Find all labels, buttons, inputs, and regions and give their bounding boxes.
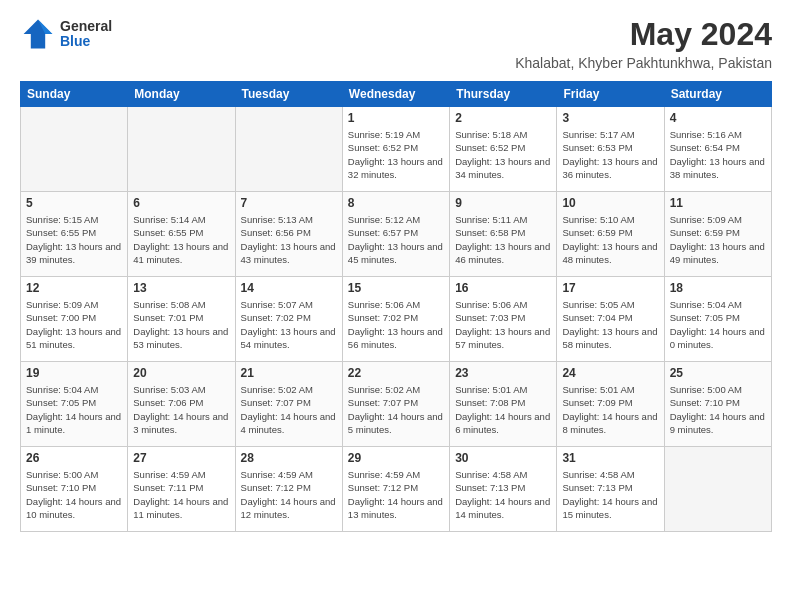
day-info: Sunrise: 5:03 AM Sunset: 7:06 PM Dayligh… bbox=[133, 383, 229, 436]
day-info: Sunrise: 4:58 AM Sunset: 7:13 PM Dayligh… bbox=[455, 468, 551, 521]
calendar-cell: 7Sunrise: 5:13 AM Sunset: 6:56 PM Daylig… bbox=[235, 192, 342, 277]
day-info: Sunrise: 5:16 AM Sunset: 6:54 PM Dayligh… bbox=[670, 128, 766, 181]
calendar-cell: 21Sunrise: 5:02 AM Sunset: 7:07 PM Dayli… bbox=[235, 362, 342, 447]
day-info: Sunrise: 5:02 AM Sunset: 7:07 PM Dayligh… bbox=[348, 383, 444, 436]
logo: General Blue bbox=[20, 16, 112, 52]
day-number: 14 bbox=[241, 281, 337, 295]
calendar-cell: 1Sunrise: 5:19 AM Sunset: 6:52 PM Daylig… bbox=[342, 107, 449, 192]
header: General Blue May 2024 Khalabat, Khyber P… bbox=[20, 16, 772, 71]
calendar-cell: 3Sunrise: 5:17 AM Sunset: 6:53 PM Daylig… bbox=[557, 107, 664, 192]
day-number: 21 bbox=[241, 366, 337, 380]
day-number: 10 bbox=[562, 196, 658, 210]
day-info: Sunrise: 5:01 AM Sunset: 7:08 PM Dayligh… bbox=[455, 383, 551, 436]
calendar-header-row: SundayMondayTuesdayWednesdayThursdayFrid… bbox=[21, 82, 772, 107]
calendar-cell: 6Sunrise: 5:14 AM Sunset: 6:55 PM Daylig… bbox=[128, 192, 235, 277]
day-number: 17 bbox=[562, 281, 658, 295]
day-info: Sunrise: 5:06 AM Sunset: 7:02 PM Dayligh… bbox=[348, 298, 444, 351]
day-info: Sunrise: 4:59 AM Sunset: 7:11 PM Dayligh… bbox=[133, 468, 229, 521]
day-number: 9 bbox=[455, 196, 551, 210]
calendar-cell: 4Sunrise: 5:16 AM Sunset: 6:54 PM Daylig… bbox=[664, 107, 771, 192]
calendar-cell: 10Sunrise: 5:10 AM Sunset: 6:59 PM Dayli… bbox=[557, 192, 664, 277]
day-number: 5 bbox=[26, 196, 122, 210]
day-number: 24 bbox=[562, 366, 658, 380]
calendar-cell: 26Sunrise: 5:00 AM Sunset: 7:10 PM Dayli… bbox=[21, 447, 128, 532]
day-info: Sunrise: 5:10 AM Sunset: 6:59 PM Dayligh… bbox=[562, 213, 658, 266]
month-title: May 2024 bbox=[515, 16, 772, 53]
calendar-cell: 30Sunrise: 4:58 AM Sunset: 7:13 PM Dayli… bbox=[450, 447, 557, 532]
day-info: Sunrise: 5:13 AM Sunset: 6:56 PM Dayligh… bbox=[241, 213, 337, 266]
calendar-cell bbox=[21, 107, 128, 192]
calendar-cell: 22Sunrise: 5:02 AM Sunset: 7:07 PM Dayli… bbox=[342, 362, 449, 447]
day-number: 28 bbox=[241, 451, 337, 465]
day-info: Sunrise: 5:02 AM Sunset: 7:07 PM Dayligh… bbox=[241, 383, 337, 436]
location: Khalabat, Khyber Pakhtunkhwa, Pakistan bbox=[515, 55, 772, 71]
day-number: 7 bbox=[241, 196, 337, 210]
day-number: 11 bbox=[670, 196, 766, 210]
calendar-header-wednesday: Wednesday bbox=[342, 82, 449, 107]
logo-text: General Blue bbox=[60, 19, 112, 50]
day-number: 6 bbox=[133, 196, 229, 210]
day-number: 25 bbox=[670, 366, 766, 380]
calendar-cell: 27Sunrise: 4:59 AM Sunset: 7:11 PM Dayli… bbox=[128, 447, 235, 532]
day-info: Sunrise: 5:12 AM Sunset: 6:57 PM Dayligh… bbox=[348, 213, 444, 266]
calendar-cell bbox=[664, 447, 771, 532]
logo-general-text: General bbox=[60, 19, 112, 34]
calendar-cell: 2Sunrise: 5:18 AM Sunset: 6:52 PM Daylig… bbox=[450, 107, 557, 192]
calendar-header-monday: Monday bbox=[128, 82, 235, 107]
calendar-week-row: 26Sunrise: 5:00 AM Sunset: 7:10 PM Dayli… bbox=[21, 447, 772, 532]
calendar-cell: 23Sunrise: 5:01 AM Sunset: 7:08 PM Dayli… bbox=[450, 362, 557, 447]
calendar-cell: 19Sunrise: 5:04 AM Sunset: 7:05 PM Dayli… bbox=[21, 362, 128, 447]
day-info: Sunrise: 4:58 AM Sunset: 7:13 PM Dayligh… bbox=[562, 468, 658, 521]
calendar-header-tuesday: Tuesday bbox=[235, 82, 342, 107]
calendar-cell: 14Sunrise: 5:07 AM Sunset: 7:02 PM Dayli… bbox=[235, 277, 342, 362]
day-number: 3 bbox=[562, 111, 658, 125]
day-info: Sunrise: 5:05 AM Sunset: 7:04 PM Dayligh… bbox=[562, 298, 658, 351]
day-info: Sunrise: 5:06 AM Sunset: 7:03 PM Dayligh… bbox=[455, 298, 551, 351]
calendar-cell: 18Sunrise: 5:04 AM Sunset: 7:05 PM Dayli… bbox=[664, 277, 771, 362]
day-number: 16 bbox=[455, 281, 551, 295]
day-info: Sunrise: 5:08 AM Sunset: 7:01 PM Dayligh… bbox=[133, 298, 229, 351]
day-info: Sunrise: 5:00 AM Sunset: 7:10 PM Dayligh… bbox=[26, 468, 122, 521]
logo-blue-text: Blue bbox=[60, 34, 112, 49]
calendar-cell: 28Sunrise: 4:59 AM Sunset: 7:12 PM Dayli… bbox=[235, 447, 342, 532]
day-info: Sunrise: 5:14 AM Sunset: 6:55 PM Dayligh… bbox=[133, 213, 229, 266]
calendar-cell: 15Sunrise: 5:06 AM Sunset: 7:02 PM Dayli… bbox=[342, 277, 449, 362]
day-number: 19 bbox=[26, 366, 122, 380]
calendar-week-row: 12Sunrise: 5:09 AM Sunset: 7:00 PM Dayli… bbox=[21, 277, 772, 362]
day-number: 31 bbox=[562, 451, 658, 465]
calendar-cell: 12Sunrise: 5:09 AM Sunset: 7:00 PM Dayli… bbox=[21, 277, 128, 362]
calendar-cell: 16Sunrise: 5:06 AM Sunset: 7:03 PM Dayli… bbox=[450, 277, 557, 362]
day-number: 13 bbox=[133, 281, 229, 295]
calendar-cell: 24Sunrise: 5:01 AM Sunset: 7:09 PM Dayli… bbox=[557, 362, 664, 447]
day-number: 22 bbox=[348, 366, 444, 380]
day-info: Sunrise: 5:04 AM Sunset: 7:05 PM Dayligh… bbox=[26, 383, 122, 436]
day-number: 12 bbox=[26, 281, 122, 295]
calendar-cell: 20Sunrise: 5:03 AM Sunset: 7:06 PM Dayli… bbox=[128, 362, 235, 447]
day-info: Sunrise: 5:09 AM Sunset: 7:00 PM Dayligh… bbox=[26, 298, 122, 351]
day-number: 1 bbox=[348, 111, 444, 125]
day-info: Sunrise: 5:17 AM Sunset: 6:53 PM Dayligh… bbox=[562, 128, 658, 181]
title-block: May 2024 Khalabat, Khyber Pakhtunkhwa, P… bbox=[515, 16, 772, 71]
calendar-cell: 13Sunrise: 5:08 AM Sunset: 7:01 PM Dayli… bbox=[128, 277, 235, 362]
calendar-header-friday: Friday bbox=[557, 82, 664, 107]
day-number: 18 bbox=[670, 281, 766, 295]
calendar-week-row: 19Sunrise: 5:04 AM Sunset: 7:05 PM Dayli… bbox=[21, 362, 772, 447]
day-info: Sunrise: 5:15 AM Sunset: 6:55 PM Dayligh… bbox=[26, 213, 122, 266]
day-number: 26 bbox=[26, 451, 122, 465]
day-info: Sunrise: 5:18 AM Sunset: 6:52 PM Dayligh… bbox=[455, 128, 551, 181]
calendar-header-thursday: Thursday bbox=[450, 82, 557, 107]
calendar-cell: 29Sunrise: 4:59 AM Sunset: 7:12 PM Dayli… bbox=[342, 447, 449, 532]
calendar-cell: 8Sunrise: 5:12 AM Sunset: 6:57 PM Daylig… bbox=[342, 192, 449, 277]
day-number: 30 bbox=[455, 451, 551, 465]
calendar-cell: 31Sunrise: 4:58 AM Sunset: 7:13 PM Dayli… bbox=[557, 447, 664, 532]
day-number: 8 bbox=[348, 196, 444, 210]
calendar-week-row: 5Sunrise: 5:15 AM Sunset: 6:55 PM Daylig… bbox=[21, 192, 772, 277]
day-number: 4 bbox=[670, 111, 766, 125]
calendar-cell bbox=[128, 107, 235, 192]
calendar-header-saturday: Saturday bbox=[664, 82, 771, 107]
day-info: Sunrise: 4:59 AM Sunset: 7:12 PM Dayligh… bbox=[348, 468, 444, 521]
calendar-week-row: 1Sunrise: 5:19 AM Sunset: 6:52 PM Daylig… bbox=[21, 107, 772, 192]
calendar-cell: 5Sunrise: 5:15 AM Sunset: 6:55 PM Daylig… bbox=[21, 192, 128, 277]
day-info: Sunrise: 5:01 AM Sunset: 7:09 PM Dayligh… bbox=[562, 383, 658, 436]
calendar-cell: 9Sunrise: 5:11 AM Sunset: 6:58 PM Daylig… bbox=[450, 192, 557, 277]
